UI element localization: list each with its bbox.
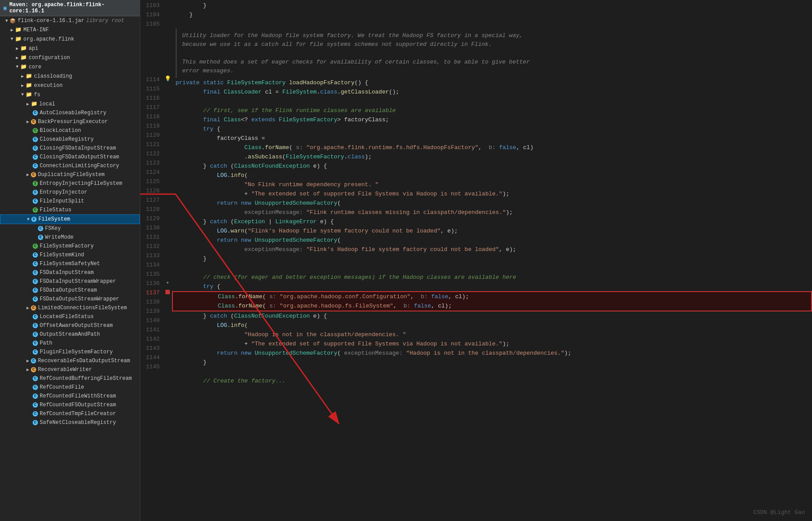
item-label: AutoCloseableRegistry [40,110,106,116]
tree-item-SafeNetCloseableRegistry[interactable]: C SafeNetCloseableRegistry [0,418,140,427]
tree-item-RefCountedFileWithStream[interactable]: C RefCountedFileWithStream [0,392,140,401]
item-label: FSDataOutputStream [40,287,97,293]
tree-item-EntropyInjectingFileSystem[interactable]: I EntropyInjectingFileSystem [0,179,140,188]
tree-item-FileInputSplit[interactable]: C FileInputSplit [0,197,140,206]
tree-item-FileSystem[interactable]: C FileSystem [0,214,140,224]
item-label: ClosingFSDataOutputStream [40,154,119,160]
tree-item-EntropyInjector[interactable]: C EntropyInjector [0,188,140,197]
class-icon: C [31,367,36,372]
folder-icon: 📁 [26,82,32,89]
tree-item-fs[interactable]: 📁 fs [0,90,140,99]
item-label: execution [34,82,63,89]
tree-item-FileSystemSafetyNet[interactable]: C FileSystemSafetyNet [0,259,140,268]
item-label: WriteMode [45,234,74,240]
tree-item-WriteMode[interactable]: E WriteMode [0,233,140,242]
bookmark-icon-1136: ◆ [166,280,168,285]
code-line-1115: final ClassLoader cl = FileSystem.class.… [172,87,812,97]
tree-item-LimitedConnectionsFileSystem[interactable]: C LimitedConnectionsFileSystem [0,304,140,312]
tree-item-classloading[interactable]: 📁 classloading [0,71,140,81]
tree-item-BackPressuringExecutor[interactable]: C BackPressuringExecutor [0,117,140,126]
item-label: RefCountedBufferingFileStream [40,375,132,382]
expand-arrow [11,27,13,33]
tree-item-FSDataOutputStreamWrapper[interactable]: C FSDataOutputStreamWrapper [0,295,140,304]
code-line-1128: exceptionMessage: "Flink runtime classes… [172,208,812,217]
class-icon: C [33,199,38,204]
tree-item-CloseableRegistry[interactable]: C CloseableRegistry [0,135,140,144]
tree-item-ConnectionLimitingFactory[interactable]: C ConnectionLimitingFactory [0,161,140,170]
code-line-1131: return new UnsupportedSchemeFactory( [172,236,812,245]
tree-item-FSDataInputStreamWrapper[interactable]: C FSDataInputStreamWrapper [0,277,140,286]
item-label: FSDataInputStreamWrapper [40,278,116,285]
code-line-1118: final Class<? extends FileSystemFactory>… [172,115,812,124]
class-icon: C [33,154,38,160]
class-icon: C [33,244,38,249]
item-label: OffsetAwareOutputStream [40,322,113,329]
tree-item-FileSystemFactory[interactable]: C FileSystemFactory [0,242,140,251]
tree-item-local[interactable]: 📁 local [0,99,140,109]
item-label: RecoverableWriter [38,367,92,373]
class-icon: C [31,119,36,124]
code-line-1103: } [172,1,812,10]
class-icon: C [33,296,38,302]
tree-item-FSDataInputStream[interactable]: C FSDataInputStream [0,268,140,277]
class-icon: C [33,411,38,416]
class-icon: C [33,128,38,133]
tree-item-FileStatus[interactable]: C FileStatus [0,206,140,214]
item-label: RefCountedFile [40,384,84,390]
class-icon: C [33,190,38,195]
class-icon: C [33,376,38,381]
tree-item-flink-jar[interactable]: 📦 flink-core-1.16.1.jar library root [0,16,140,25]
tree-item-FSKey[interactable]: C FSKey [0,224,140,233]
item-label: FileStatus [40,207,71,213]
item-label: RefCountedTmpFileCreator [40,411,116,417]
watermark: CSDN @Light Gao [753,509,805,516]
tree-item-RecoverableWriter[interactable]: C RecoverableWriter [0,365,140,374]
item-label: SafeNetCloseableRegistry [40,420,116,426]
tree-item-execution[interactable]: 📁 execution [0,81,140,90]
tree-item-RefCountedFSOutputStream[interactable]: C RefCountedFSOutputStream [0,401,140,409]
folder-icon: 📁 [20,64,27,70]
code-line-1138: Class.forName( s: "org.apache.hadoop.fs.… [173,301,811,311]
tree-item-LocatedFileStatus[interactable]: C LocatedFileStatus [0,312,140,321]
tree-item-RefCountedBufferingFileStream[interactable]: C RefCountedBufferingFileStream [0,374,140,383]
item-label: META-INF [23,27,49,33]
expand-arrow [11,37,13,41]
item-label: RefCountedFileWithStream [40,393,116,399]
tree-item-RefCountedTmpFileCreator[interactable]: C RefCountedTmpFileCreator [0,409,140,418]
tree-item-OutputStreamAndPath[interactable]: C OutputStreamAndPath [0,330,140,339]
class-icon: C [33,288,38,293]
lightbulb-icon[interactable]: 💡 [165,75,171,82]
breakpoint-icon[interactable] [165,290,170,294]
tree-item-core[interactable]: 📁 core [0,62,140,71]
tree-item-BlockLocation[interactable]: C BlockLocation [0,126,140,135]
tree-item-RecoverableFsDataOutputStream[interactable]: C RecoverableFsDataOutputStream [0,356,140,365]
tree-item-DuplicatingFileSystem[interactable]: C DuplicatingFileSystem [0,170,140,179]
class-icon: C [33,146,38,151]
tree-item-ClosingFSDataInputStream[interactable]: C ClosingFSDataInputStream [0,144,140,153]
line-numbers: 1103 1104 1105 1114 1115 1116 1117 1118 … [140,0,163,521]
code-line-1123: } catch (ClassNotFoundException e) { [172,161,812,171]
class-icon: C [33,207,38,213]
tree-item-configuration[interactable]: 📁 configuration [0,53,140,62]
code-line-1132: exceptionMessage: "Flink's Hadoop file s… [172,245,812,254]
tree-item-AutoCloseableRegistry[interactable]: C AutoCloseableRegistry [0,109,140,117]
code-line-1140: LOG.info( [172,321,812,330]
class-icon: C [38,226,43,231]
tree-item-FileSystemKind[interactable]: C FileSystemKind [0,251,140,259]
tree-item-meta-inf[interactable]: 📁 META-INF [0,25,140,34]
code-line-1134 [172,263,812,273]
tree-item-Path[interactable]: C Path [0,339,140,348]
item-label: FSKey [45,225,61,232]
expand-arrow [26,101,29,107]
sidebar-title: Maven: org.apache.flink:flink-core:1.16.… [9,2,136,14]
tree-item-PluginFileSystemFactory[interactable]: C PluginFileSystemFactory [0,348,140,356]
tree-item-org-apache-flink[interactable]: 📁 org.apache.flink [0,34,140,44]
folder-icon: 📁 [26,73,32,79]
tree-item-api[interactable]: 📁 api [0,44,140,53]
tree-item-ClosingFSDataOutputStream[interactable]: C ClosingFSDataOutputStream [0,153,140,161]
tree-item-FSDataOutputStream[interactable]: C FSDataOutputStream [0,286,140,295]
class-icon: C [31,358,36,364]
item-label: api [29,45,38,52]
tree-item-RefCountedFile[interactable]: C RefCountedFile [0,383,140,392]
tree-item-OffsetAwareOutputStream[interactable]: C OffsetAwareOutputStream [0,321,140,330]
